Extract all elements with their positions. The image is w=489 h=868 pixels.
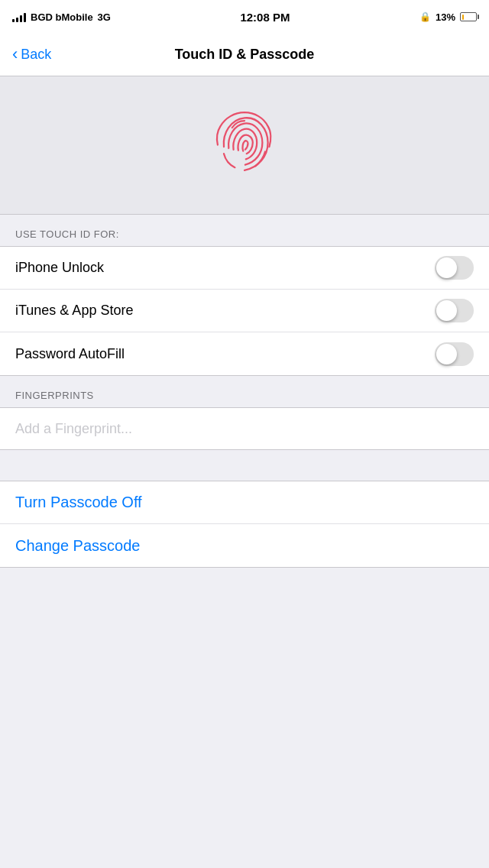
itunes-app-store-toggle[interactable] bbox=[435, 299, 474, 322]
signal-bars-icon bbox=[12, 11, 26, 22]
iphone-unlock-label: iPhone Unlock bbox=[15, 260, 104, 276]
battery-icon bbox=[460, 12, 477, 21]
use-touch-id-section-label: USE TOUCH ID FOR: bbox=[0, 215, 489, 246]
itunes-app-store-row: iTunes & App Store bbox=[0, 290, 489, 332]
passcode-actions-card: Turn Passcode Off Change Passcode bbox=[0, 481, 489, 568]
add-fingerprint-row[interactable]: Add a Fingerprint... bbox=[0, 407, 489, 450]
turn-passcode-off-row[interactable]: Turn Passcode Off bbox=[0, 481, 489, 524]
battery-percent-label: 13% bbox=[436, 11, 455, 23]
carrier-label: BGD bMobile bbox=[31, 11, 93, 23]
touch-id-toggles-card: iPhone Unlock iTunes & App Store Passwor… bbox=[0, 246, 489, 376]
back-button[interactable]: ‹ Back bbox=[12, 47, 51, 63]
content: USE TOUCH ID FOR: iPhone Unlock iTunes &… bbox=[0, 76, 489, 568]
spacer-1 bbox=[0, 450, 489, 481]
change-passcode-label: Change Passcode bbox=[15, 537, 140, 555]
status-left: BGD bMobile 3G bbox=[12, 11, 111, 23]
back-chevron-icon: ‹ bbox=[12, 46, 18, 63]
touch-id-header bbox=[0, 76, 489, 215]
status-right: 🔒 13% bbox=[419, 11, 477, 23]
turn-passcode-off-label: Turn Passcode Off bbox=[15, 494, 142, 511]
itunes-app-store-label: iTunes & App Store bbox=[15, 303, 133, 319]
password-autofill-label: Password AutoFill bbox=[15, 346, 125, 362]
fingerprint-icon bbox=[210, 107, 279, 176]
iphone-unlock-row: iPhone Unlock bbox=[0, 247, 489, 290]
lock-icon: 🔒 bbox=[419, 11, 431, 22]
network-type-label: 3G bbox=[98, 11, 111, 23]
password-autofill-row: Password AutoFill bbox=[0, 332, 489, 375]
iphone-unlock-toggle[interactable] bbox=[435, 256, 474, 280]
nav-bar: ‹ Back Touch ID & Passcode bbox=[0, 34, 489, 76]
password-autofill-toggle[interactable] bbox=[435, 342, 474, 366]
status-bar: BGD bMobile 3G 12:08 PM 🔒 13% bbox=[0, 0, 489, 34]
page-title: Touch ID & Passcode bbox=[175, 47, 315, 63]
back-label: Back bbox=[21, 47, 51, 63]
change-passcode-row[interactable]: Change Passcode bbox=[0, 524, 489, 567]
fingerprints-section-label: FINGERPRINTS bbox=[0, 376, 489, 407]
time-label: 12:08 PM bbox=[240, 11, 290, 24]
add-fingerprint-label: Add a Fingerprint... bbox=[15, 421, 132, 437]
